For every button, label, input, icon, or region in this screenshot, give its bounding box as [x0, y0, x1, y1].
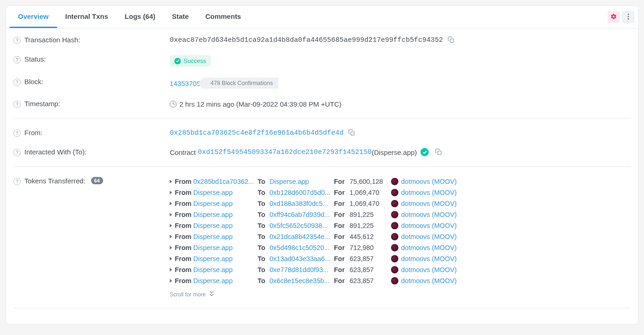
to-label: To — [258, 222, 265, 229]
help-icon[interactable]: ? — [13, 79, 21, 86]
token-link[interactable]: dotmoovs (MOOV) — [401, 266, 457, 273]
verified-icon — [420, 148, 429, 156]
for-label: For — [334, 178, 345, 185]
transfer-row: From Disperse.appTo0x5d498c1c50520...For… — [170, 244, 631, 251]
transfer-from-link[interactable]: Disperse.app — [193, 277, 232, 284]
tab-overview[interactable]: Overview — [10, 6, 57, 28]
token-icon — [391, 211, 398, 218]
transfer-to-link[interactable]: 0xff94c6ab7d939d... — [270, 211, 330, 218]
transfer-from-link[interactable]: Disperse.app — [193, 233, 232, 240]
token-link[interactable]: dotmoovs (MOOV) — [401, 211, 457, 218]
for-label: For — [334, 277, 345, 284]
transfer-from-link[interactable]: Disperse.app — [193, 200, 232, 207]
transfer-to-link[interactable]: 0xb128d6007d5d0... — [270, 189, 330, 196]
for-label: For — [334, 211, 345, 218]
token-link[interactable]: dotmoovs (MOOV) — [401, 178, 457, 185]
token-link[interactable]: dotmoovs (MOOV) — [401, 200, 457, 207]
token-link[interactable]: dotmoovs (MOOV) — [401, 255, 457, 262]
from-address-link[interactable]: 0x285bd1ca703625c4e8f2f16e961a4b6b4d5dfe… — [170, 129, 344, 137]
label-tx-hash: Transaction Hash: — [24, 36, 80, 44]
settings-button[interactable] — [608, 11, 620, 23]
to-label: To — [258, 233, 265, 240]
tab-state[interactable]: State — [164, 6, 197, 28]
label-from: From: — [24, 129, 42, 136]
check-circle-icon — [174, 58, 181, 64]
from-label: From — [175, 189, 191, 196]
for-label: For — [334, 255, 345, 262]
transfer-row: From Disperse.appTo0xb128d6007d5d0...For… — [170, 189, 631, 196]
transfer-from-link[interactable]: Disperse.app — [193, 189, 232, 196]
scroll-for-more-label: Scroll for more — [170, 291, 206, 298]
help-icon[interactable]: ? — [13, 149, 21, 156]
copy-tx-hash-button[interactable] — [448, 36, 455, 44]
to-suffix: (Disperse.app) — [372, 148, 417, 156]
from-label: From — [175, 277, 191, 284]
row-tokens-transferred: ? Tokens Transferred: 64 From 0x285bd1ca… — [13, 171, 631, 303]
transfer-from-link[interactable]: Disperse.app — [193, 266, 232, 273]
label-to: Interacted With (To): — [24, 148, 86, 156]
token-icon — [391, 178, 398, 185]
svg-point-2 — [628, 18, 629, 19]
for-label: For — [334, 189, 345, 196]
svg-point-0 — [628, 13, 629, 15]
row-tx-hash: ? Transaction Hash: 0xeac87eb7d634eb5d1c… — [13, 30, 631, 50]
transfer-to-link[interactable]: 0x21dca8b42354e... — [270, 233, 330, 240]
help-icon[interactable]: ? — [13, 101, 21, 108]
transfer-from-link[interactable]: Disperse.app — [193, 222, 232, 229]
transfer-row: From Disperse.appTo0xe778d81dd0f93...For… — [170, 266, 631, 273]
status-text: Success — [184, 57, 206, 64]
tab-logs[interactable]: Logs (64) — [116, 6, 164, 28]
transfer-to-link[interactable]: 0x5fc5652c50938... — [270, 222, 328, 229]
from-label: From — [175, 255, 191, 262]
token-icon — [391, 200, 398, 207]
token-link[interactable]: dotmoovs (MOOV) — [401, 244, 457, 251]
transfer-to-link[interactable]: 0x6c8e15ec8e35b... — [270, 277, 330, 284]
tab-internal-txns[interactable]: Internal Txns — [57, 6, 116, 28]
help-icon[interactable]: ? — [13, 37, 21, 44]
transfer-row: From 0x285bd1ca70362...ToDisperse.appFor… — [170, 178, 631, 185]
transfer-amount: 891,225 — [350, 222, 388, 229]
transaction-card: Overview Internal Txns Logs (64) State C… — [6, 6, 638, 324]
transfer-from-link[interactable]: Disperse.app — [193, 244, 232, 251]
help-icon[interactable]: ? — [13, 130, 21, 137]
divider — [13, 118, 631, 119]
token-icon — [391, 244, 398, 251]
row-to: ? Interacted With (To): Contract 0xd152f… — [13, 142, 631, 162]
transfer-to-link[interactable]: 0xe778d81dd0f93... — [270, 266, 328, 273]
tab-comments[interactable]: Comments — [197, 6, 249, 28]
token-link[interactable]: dotmoovs (MOOV) — [401, 222, 457, 229]
content: ? Transaction Hash: 0xeac87eb7d634eb5d1c… — [6, 28, 638, 324]
label-tokens-transferred: Tokens Transferred: — [24, 177, 86, 185]
transfer-to-link[interactable]: 0x5d498c1c50520... — [270, 244, 330, 251]
help-icon[interactable]: ? — [13, 56, 21, 63]
token-icon — [391, 233, 398, 240]
caret-right-icon — [170, 191, 172, 194]
for-label: For — [334, 266, 345, 273]
to-label: To — [258, 211, 265, 218]
scroll-for-more[interactable]: Scroll for more — [170, 291, 214, 298]
token-icon — [391, 189, 398, 196]
copy-to-button[interactable] — [435, 148, 443, 156]
to-address-link[interactable]: 0xd152f549545093347a162dce210e7293f14521… — [198, 148, 372, 156]
from-label: From — [175, 178, 191, 185]
transfer-to-link[interactable]: 0x13ad043e33aa6... — [270, 255, 330, 262]
tabs: Overview Internal Txns Logs (64) State C… — [10, 6, 249, 28]
block-number-link[interactable]: 14353705 — [170, 79, 201, 87]
transfer-to-link[interactable]: 0xd188a383f0dc5... — [270, 200, 328, 207]
transfer-to-link[interactable]: Disperse.app — [270, 178, 309, 185]
for-label: For — [334, 200, 345, 207]
clock-icon — [170, 101, 177, 108]
status-badge: Success — [170, 55, 211, 67]
transfer-from-link[interactable]: 0x285bd1ca70362... — [193, 178, 253, 185]
token-icon — [391, 255, 398, 262]
transfer-from-link[interactable]: Disperse.app — [193, 255, 232, 262]
more-button[interactable] — [622, 11, 634, 23]
token-link[interactable]: dotmoovs (MOOV) — [401, 233, 457, 240]
transfer-amount: 75,600,128 — [350, 178, 388, 185]
for-label: For — [334, 222, 345, 229]
help-icon[interactable]: ? — [13, 178, 21, 185]
token-link[interactable]: dotmoovs (MOOV) — [401, 277, 457, 284]
transfer-from-link[interactable]: Disperse.app — [193, 211, 232, 218]
copy-from-button[interactable] — [348, 129, 356, 136]
token-link[interactable]: dotmoovs (MOOV) — [401, 189, 457, 196]
